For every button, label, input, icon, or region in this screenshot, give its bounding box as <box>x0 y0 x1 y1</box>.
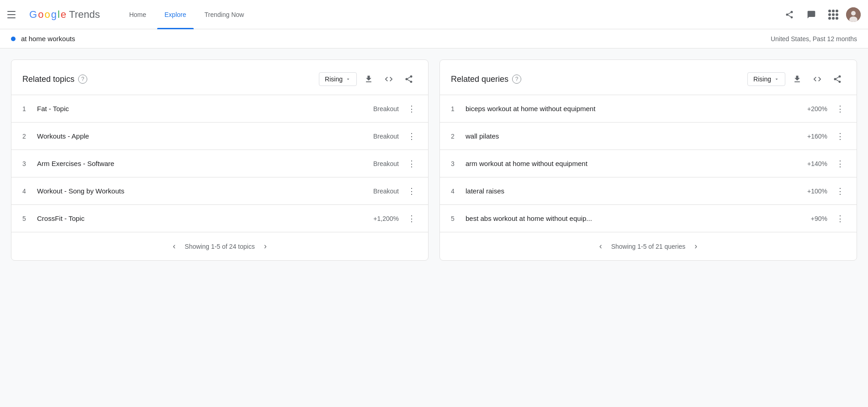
table-row[interactable]: 1 Fat - Topic Breakout ⋮ <box>11 95 428 122</box>
row-label: best abs workout at home without equip..… <box>466 214 811 222</box>
table-row[interactable]: 4 lateral raises +100% ⋮ <box>440 177 857 204</box>
row-num: 5 <box>22 215 32 222</box>
main-content: Related topics ? Rising <box>0 48 868 272</box>
related-queries-footer: ‹ Showing 1-5 of 21 queries › <box>440 232 857 260</box>
row-value: +140% <box>807 160 827 167</box>
related-topics-pagination: Showing 1-5 of 24 topics <box>185 243 254 250</box>
search-term-display: at home workouts <box>11 35 75 43</box>
google-trends-logo: Google Trends <box>29 9 100 21</box>
table-row[interactable]: 1 biceps workout at home without equipme… <box>440 95 857 122</box>
share-icon-btn[interactable] <box>780 5 799 24</box>
row-num: 2 <box>451 133 460 140</box>
row-menu-icon[interactable]: ⋮ <box>835 213 846 224</box>
table-row[interactable]: 2 Workouts - Apple Breakout ⋮ <box>11 122 428 150</box>
related-topics-next-arrow[interactable]: › <box>260 240 270 253</box>
row-num: 2 <box>22 133 32 140</box>
related-queries-actions: Rising <box>747 71 846 87</box>
row-label: lateral raises <box>466 187 807 195</box>
row-value: Breakout <box>373 160 399 167</box>
related-queries-title: Related queries <box>451 75 508 84</box>
region-info: United States, Past 12 months <box>771 35 857 43</box>
row-menu-icon[interactable]: ⋮ <box>406 131 417 142</box>
row-menu-icon[interactable]: ⋮ <box>835 186 846 197</box>
table-row[interactable]: 5 best abs workout at home without equip… <box>440 204 857 232</box>
related-queries-share-icon[interactable] <box>829 71 846 87</box>
row-label: Workout - Song by Workouts <box>37 187 373 195</box>
header-left: Google Trends Home Explore Trending Now <box>7 0 251 29</box>
row-menu-icon[interactable]: ⋮ <box>835 158 846 169</box>
related-queries-table: 1 biceps workout at home without equipme… <box>440 95 857 232</box>
header-right <box>780 5 861 24</box>
table-row[interactable]: 5 CrossFit - Topic +1,200% ⋮ <box>11 204 428 232</box>
row-value: +1,200% <box>373 215 399 222</box>
user-avatar[interactable] <box>846 7 861 22</box>
row-menu-icon[interactable]: ⋮ <box>835 103 846 114</box>
feedback-icon-btn[interactable] <box>802 5 820 24</box>
row-num: 5 <box>451 215 460 222</box>
row-value: +90% <box>811 215 827 222</box>
related-queries-card: Related queries ? Rising <box>439 59 857 261</box>
row-num: 1 <box>451 105 460 112</box>
related-queries-dropdown[interactable]: Rising <box>747 72 785 86</box>
row-menu-icon[interactable]: ⋮ <box>406 158 417 169</box>
row-label: biceps workout at home without equipment <box>466 105 807 112</box>
blue-dot-icon <box>11 37 16 41</box>
table-row[interactable]: 3 arm workout at home without equipment … <box>440 150 857 177</box>
table-row[interactable]: 3 Arm Exercises - Software Breakout ⋮ <box>11 150 428 177</box>
search-bar: at home workouts United States, Past 12 … <box>0 29 868 48</box>
row-value: +160% <box>807 133 827 140</box>
row-value: Breakout <box>373 187 399 195</box>
header: Google Trends Home Explore Trending Now <box>0 0 868 29</box>
apps-icon-btn[interactable] <box>824 5 842 24</box>
row-value: +200% <box>807 105 827 112</box>
row-num: 3 <box>22 160 32 167</box>
nav-home[interactable]: Home <box>122 0 153 29</box>
row-label: Fat - Topic <box>37 105 373 112</box>
table-row[interactable]: 4 Workout - Song by Workouts Breakout ⋮ <box>11 177 428 204</box>
related-queries-help-icon[interactable]: ? <box>512 75 521 84</box>
logo-trends-text: Trends <box>69 9 100 21</box>
related-topics-help-icon[interactable]: ? <box>78 75 87 84</box>
svg-point-1 <box>851 11 856 16</box>
row-label: wall pilates <box>466 132 807 140</box>
row-menu-icon[interactable]: ⋮ <box>835 131 846 142</box>
row-label: CrossFit - Topic <box>37 214 373 222</box>
row-value: +100% <box>807 187 827 195</box>
related-topics-footer: ‹ Showing 1-5 of 24 topics › <box>11 232 428 260</box>
related-topics-embed-icon[interactable] <box>381 71 397 87</box>
related-queries-download-icon[interactable] <box>789 71 805 87</box>
related-topics-prev-arrow[interactable]: ‹ <box>169 240 179 253</box>
related-topics-dropdown[interactable]: Rising <box>319 72 357 86</box>
row-value: Breakout <box>373 105 399 112</box>
related-topics-header: Related topics ? Rising <box>11 71 428 95</box>
nav-explore[interactable]: Explore <box>157 0 193 29</box>
row-num: 1 <box>22 105 32 112</box>
related-topics-download-icon[interactable] <box>360 71 377 87</box>
hamburger-menu-icon[interactable] <box>7 9 18 20</box>
row-num: 3 <box>451 160 460 167</box>
row-label: Arm Exercises - Software <box>37 160 373 167</box>
apps-grid-icon <box>828 10 838 20</box>
table-row[interactable]: 2 wall pilates +160% ⋮ <box>440 122 857 150</box>
row-num: 4 <box>22 187 32 195</box>
related-topics-table: 1 Fat - Topic Breakout ⋮ 2 Workouts - Ap… <box>11 95 428 232</box>
related-topics-card: Related topics ? Rising <box>11 59 429 261</box>
row-menu-icon[interactable]: ⋮ <box>406 186 417 197</box>
related-queries-title-area: Related queries ? <box>451 75 521 84</box>
related-queries-next-arrow[interactable]: › <box>691 240 701 253</box>
related-queries-prev-arrow[interactable]: ‹ <box>596 240 606 253</box>
row-menu-icon[interactable]: ⋮ <box>406 213 417 224</box>
row-label: arm workout at home without equipment <box>466 160 807 167</box>
row-label: Workouts - Apple <box>37 132 373 140</box>
related-topics-title-area: Related topics ? <box>22 75 87 84</box>
related-topics-title: Related topics <box>22 75 74 84</box>
nav-trending[interactable]: Trending Now <box>197 0 252 29</box>
related-topics-share-icon[interactable] <box>401 71 417 87</box>
search-term-text: at home workouts <box>21 35 75 43</box>
related-queries-embed-icon[interactable] <box>809 71 826 87</box>
related-topics-actions: Rising <box>319 71 417 87</box>
row-menu-icon[interactable]: ⋮ <box>406 103 417 114</box>
related-queries-pagination: Showing 1-5 of 21 queries <box>611 243 686 250</box>
row-value: Breakout <box>373 133 399 140</box>
main-nav: Home Explore Trending Now <box>122 0 251 29</box>
